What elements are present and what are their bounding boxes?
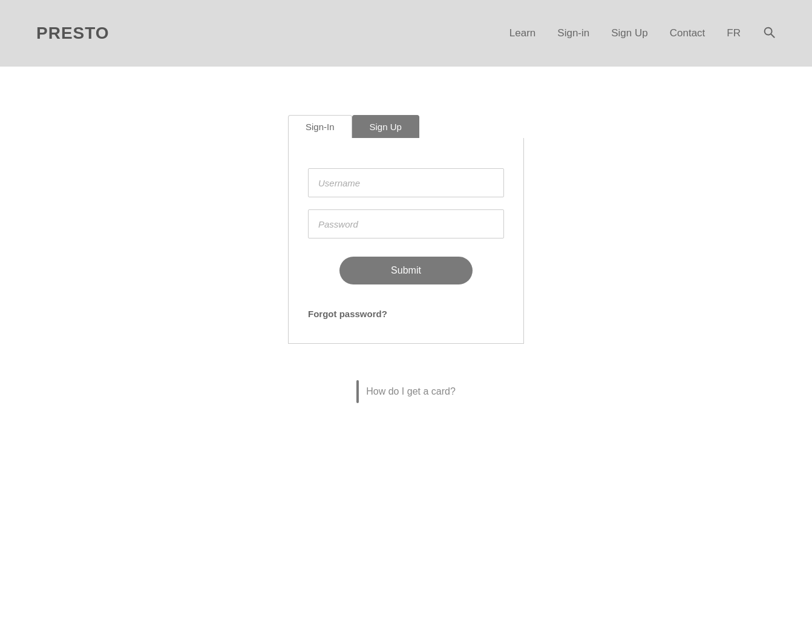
nav-sign-in[interactable]: Sign-in bbox=[557, 27, 589, 39]
main-content: Sign-In Sign Up Submit Forgot password? … bbox=[0, 67, 812, 439]
svg-line-1 bbox=[771, 34, 774, 38]
site-logo: PRESTO bbox=[36, 24, 110, 43]
auth-tabs: Sign-In Sign Up bbox=[288, 115, 524, 138]
auth-card-container: Sign-In Sign Up Submit Forgot password? bbox=[288, 115, 524, 344]
nav-learn[interactable]: Learn bbox=[509, 27, 535, 39]
username-input[interactable] bbox=[308, 168, 504, 197]
submit-button[interactable]: Submit bbox=[339, 257, 473, 284]
nav-lang[interactable]: FR bbox=[727, 27, 741, 39]
tab-sign-up[interactable]: Sign Up bbox=[352, 115, 419, 138]
accent-bar bbox=[356, 380, 359, 403]
main-nav: Learn Sign-in Sign Up Contact FR bbox=[509, 25, 776, 41]
how-to-get-card-text[interactable]: How do I get a card? bbox=[366, 386, 456, 397]
tab-sign-in[interactable]: Sign-In bbox=[288, 115, 352, 138]
site-header: PRESTO Learn Sign-in Sign Up Contact FR bbox=[0, 0, 812, 67]
password-input[interactable] bbox=[308, 209, 504, 238]
svg-point-0 bbox=[765, 28, 772, 35]
signup-form-card: Submit Forgot password? bbox=[288, 138, 524, 344]
search-icon[interactable] bbox=[762, 25, 776, 41]
forgot-password-link[interactable]: Forgot password? bbox=[308, 309, 387, 319]
nav-sign-up[interactable]: Sign Up bbox=[611, 27, 647, 39]
nav-contact[interactable]: Contact bbox=[670, 27, 706, 39]
how-to-get-card-section: How do I get a card? bbox=[356, 380, 456, 403]
